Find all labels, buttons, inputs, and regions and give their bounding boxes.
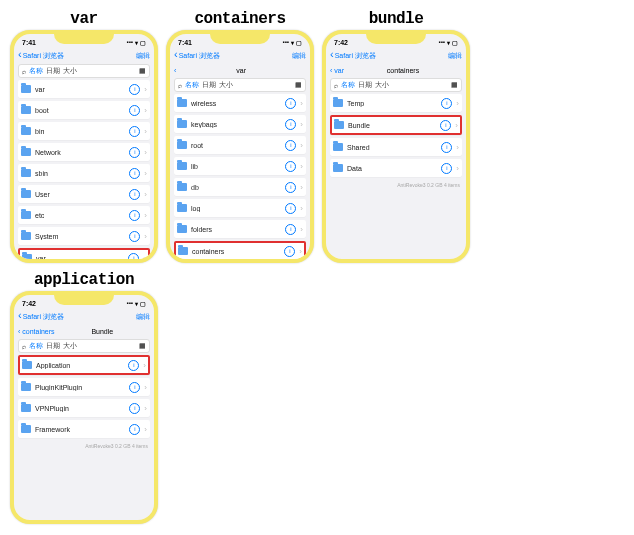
back-button[interactable]: Safari 浏览器	[18, 312, 64, 322]
breadcrumb-back[interactable]: ‹ containers	[18, 328, 55, 335]
search-icon[interactable]: ⌕	[22, 68, 26, 75]
folder-icon	[177, 204, 187, 212]
list-item[interactable]: logi›	[174, 199, 306, 217]
sort-date[interactable]: 日期	[358, 80, 372, 90]
item-label: var	[36, 255, 124, 262]
folder-icon	[177, 225, 187, 233]
edit-button[interactable]: 编辑	[292, 51, 306, 61]
list-item[interactable]: containersi›	[174, 241, 306, 261]
info-icon[interactable]: i	[441, 142, 452, 153]
grid-view-icon[interactable]: ▦	[139, 67, 146, 75]
sort-date[interactable]: 日期	[202, 80, 216, 90]
search-icon[interactable]: ⌕	[22, 343, 26, 350]
info-icon[interactable]: i	[285, 161, 296, 172]
search-icon[interactable]: ⌕	[334, 82, 338, 89]
info-icon[interactable]: i	[129, 168, 140, 179]
list-item[interactable]: booti›	[18, 101, 150, 119]
sort-date[interactable]: 日期	[46, 341, 60, 351]
info-icon[interactable]: i	[441, 163, 452, 174]
sort-size[interactable]: 大小	[375, 80, 389, 90]
list-item[interactable]: etci›	[18, 206, 150, 224]
item-label: sbin	[35, 170, 125, 177]
list-item[interactable]: Sharedi›	[330, 138, 462, 156]
status-time: 7:42	[22, 300, 36, 307]
sort-size[interactable]: 大小	[63, 66, 77, 76]
info-icon[interactable]: i	[129, 126, 140, 137]
status-time: 7:41	[22, 39, 36, 46]
list-item[interactable]: Useri›	[18, 185, 150, 203]
search-sort-bar[interactable]: ⌕名称日期大小▦	[18, 64, 150, 78]
sort-date[interactable]: 日期	[46, 66, 60, 76]
list-item[interactable]: sbini›	[18, 164, 150, 182]
sort-name[interactable]: 名称	[185, 80, 199, 90]
list-item[interactable]: dbi›	[174, 178, 306, 196]
info-icon[interactable]: i	[285, 182, 296, 193]
info-icon[interactable]: i	[129, 84, 140, 95]
info-icon[interactable]: i	[129, 231, 140, 242]
item-label: System	[35, 233, 125, 240]
list-item[interactable]: Bundlei›	[330, 115, 462, 135]
info-icon[interactable]: i	[285, 203, 296, 214]
grid-view-icon[interactable]: ▦	[451, 81, 458, 89]
grid-view-icon[interactable]: ▦	[139, 342, 146, 350]
sort-name[interactable]: 名称	[341, 80, 355, 90]
info-icon[interactable]: i	[128, 253, 139, 264]
info-icon[interactable]: i	[129, 147, 140, 158]
sort-size[interactable]: 大小	[219, 80, 233, 90]
info-icon[interactable]: i	[129, 210, 140, 221]
search-sort-bar[interactable]: ⌕名称日期大小▦	[18, 339, 150, 353]
search-sort-bar[interactable]: ⌕名称日期大小▦	[330, 78, 462, 92]
info-icon[interactable]: i	[129, 189, 140, 200]
list-item[interactable]: keybagsi›	[174, 115, 306, 133]
battery-icon: ▢	[296, 39, 302, 46]
edit-button[interactable]: 编辑	[136, 51, 150, 61]
breadcrumb-back[interactable]: ‹ var	[330, 67, 344, 74]
info-icon[interactable]: i	[441, 98, 452, 109]
info-icon[interactable]: i	[285, 119, 296, 130]
info-icon[interactable]: i	[129, 403, 140, 414]
sort-name[interactable]: 名称	[29, 66, 43, 76]
signal-icon: ▪▪▪	[127, 300, 133, 307]
list-item[interactable]: vari›	[18, 80, 150, 98]
phone-frame: 7:41▪▪▪▾▢Safari 浏览器编辑⌕名称日期大小▦vari›booti›…	[10, 30, 158, 263]
search-icon[interactable]: ⌕	[178, 82, 182, 89]
info-icon[interactable]: i	[440, 120, 451, 131]
info-icon[interactable]: i	[285, 98, 296, 109]
grid-view-icon[interactable]: ▦	[295, 81, 302, 89]
battery-icon: ▢	[140, 300, 146, 307]
list-item[interactable]: wirelessi›	[174, 94, 306, 112]
list-item[interactable]: bini›	[18, 122, 150, 140]
info-icon[interactable]: i	[129, 424, 140, 435]
list-item[interactable]: Systemi›	[18, 227, 150, 245]
info-icon[interactable]: i	[285, 140, 296, 151]
info-icon[interactable]: i	[129, 105, 140, 116]
edit-button[interactable]: 编辑	[448, 51, 462, 61]
list-item[interactable]: rooti›	[174, 136, 306, 154]
list-item[interactable]: Networki›	[18, 143, 150, 161]
list-item[interactable]: Frameworki›	[18, 420, 150, 438]
info-icon[interactable]: i	[284, 246, 295, 257]
breadcrumb-bar: ‹ varcontainers	[326, 62, 466, 76]
list-item[interactable]: foldersi›	[174, 220, 306, 238]
list-item[interactable]: Datai›	[330, 159, 462, 177]
list-item[interactable]: Tempi›	[330, 94, 462, 112]
back-button[interactable]: Safari 浏览器	[330, 51, 376, 61]
list-item[interactable]: libi›	[174, 157, 306, 175]
list-item[interactable]: Applicationi›	[18, 355, 150, 375]
info-icon[interactable]: i	[128, 360, 139, 371]
breadcrumb-back[interactable]: ‹	[174, 67, 176, 74]
folder-icon	[177, 99, 187, 107]
back-button[interactable]: Safari 浏览器	[174, 51, 220, 61]
item-label: db	[191, 184, 281, 191]
back-button[interactable]: Safari 浏览器	[18, 51, 64, 61]
sort-size[interactable]: 大小	[63, 341, 77, 351]
info-icon[interactable]: i	[285, 224, 296, 235]
list-item[interactable]: VPNPlugini›	[18, 399, 150, 417]
edit-button[interactable]: 编辑	[136, 312, 150, 322]
list-item[interactable]: vari›	[18, 248, 150, 263]
status-time: 7:42	[334, 39, 348, 46]
search-sort-bar[interactable]: ⌕名称日期大小▦	[174, 78, 306, 92]
info-icon[interactable]: i	[129, 382, 140, 393]
list-item[interactable]: PluginKitPlugini›	[18, 378, 150, 396]
sort-name[interactable]: 名称	[29, 341, 43, 351]
